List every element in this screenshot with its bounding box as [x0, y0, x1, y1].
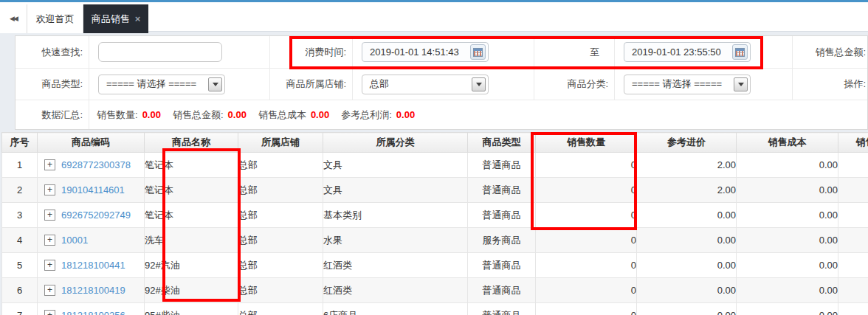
product-code-link[interactable]: 10001 — [61, 235, 88, 246]
product-code-link[interactable]: 181218100256 — [61, 310, 125, 315]
shop-value: 总部 — [362, 77, 389, 91]
summary-sales-amount: 销售总金额: 0.00 — [173, 108, 247, 122]
col-header-sales-cost: 销售成本 — [737, 133, 838, 153]
expand-row-icon[interactable] — [44, 159, 55, 170]
consume-time-label: 消费时间: — [269, 36, 352, 68]
col-header-ref-price: 参考进价 — [637, 133, 737, 153]
category-label: 商品分类: — [534, 68, 614, 100]
time-to-value: 2019-01-01 23:55:50 — [624, 46, 732, 58]
category-cell: 基本类别 — [323, 203, 468, 228]
shop-select[interactable]: 总部 — [362, 75, 489, 94]
sales-cost-cell: 0.00 — [737, 153, 838, 178]
product-code-cell: 10001 — [38, 228, 145, 253]
product-code-link[interactable]: 6926752092749 — [61, 210, 131, 221]
sales-qty-cell: 0 — [536, 228, 637, 253]
col-header-product-code: 商品编码 — [38, 133, 145, 153]
shop-cell: 总部 — [238, 153, 323, 178]
expand-row-icon[interactable] — [44, 184, 55, 195]
product-code-link[interactable]: 181218100419 — [61, 285, 125, 296]
tab-bar: ◀◀ 欢迎首页 商品销售 × — [0, 0, 868, 32]
table-row: 2 190104114601 笔记本 总部 文具 普通商品 0 2.00 0.0… — [2, 178, 868, 203]
table-header-row: 序号 商品编码 商品名称 所属店铺 所属分类 商品类型 销售数量 参考进价 销售… — [2, 133, 868, 153]
calendar-button[interactable] — [470, 44, 486, 60]
summary-sales-qty: 销售数量: 0.00 — [97, 108, 161, 122]
quick-find-input[interactable] — [98, 42, 222, 62]
category-cell: 6店商品 — [323, 303, 468, 315]
category-value: ===== 请选择 ===== — [624, 77, 722, 91]
sales-qty-cell: 0 — [536, 178, 637, 203]
expand-row-icon[interactable] — [44, 285, 55, 296]
operation-label: 操作: — [792, 68, 867, 100]
product-type-select[interactable]: ===== 请选择 ===== — [98, 75, 225, 94]
sales-cost-cell: 0.00 — [737, 203, 838, 228]
sales-cost-cell: 0.00 — [737, 228, 838, 253]
summary-label: 数据汇总: — [16, 100, 89, 129]
product-code-cell: 6926752092749 — [38, 203, 145, 228]
calendar-button[interactable] — [732, 44, 748, 60]
category-select[interactable]: ===== 请选择 ===== — [624, 75, 751, 94]
dropdown-button[interactable] — [734, 77, 748, 91]
sales-amount-cell — [838, 228, 868, 253]
expand-row-icon[interactable] — [44, 235, 55, 246]
col-header-category: 所属分类 — [323, 133, 468, 153]
time-to-input[interactable]: 2019-01-01 23:55:50 — [624, 42, 751, 62]
product-type-cell: 普通商品 — [468, 153, 536, 178]
expand-row-icon[interactable] — [44, 260, 55, 271]
category-cell: 文具 — [323, 153, 468, 178]
ref-price-cell: 0.00 — [637, 228, 737, 253]
sales-cost-cell: 0.00 — [737, 278, 838, 303]
shop-cell: 总部 — [238, 228, 323, 253]
product-type-cell: 普通商品 — [468, 178, 536, 203]
summary-values: 销售数量: 0.00 销售总金额: 0.00 销售总成本 0.00 参考总利润:… — [89, 100, 867, 129]
sales-cost-cell: 0.00 — [737, 253, 838, 278]
summary-sales-qty-value: 0.00 — [142, 109, 161, 120]
tab-product-sales[interactable]: 商品销售 × — [83, 4, 148, 33]
total-amount-label: 销售总金额: — [792, 36, 867, 68]
ref-price-cell: 0.00 — [637, 203, 737, 228]
to-label: 至 — [534, 36, 614, 68]
expand-row-icon[interactable] — [44, 210, 55, 221]
close-tab-icon[interactable]: × — [135, 14, 141, 24]
product-name-cell: 92#柴油 — [145, 278, 238, 303]
product-type-label: 商品类型: — [16, 68, 89, 100]
product-code-link[interactable]: 6928772300378 — [61, 159, 131, 170]
collapse-tabs-button[interactable]: ◀◀ — [0, 4, 27, 33]
sales-amount-cell — [838, 303, 868, 315]
table-row: 5 181218100441 92#汽油 总部 红酒类 普通商品 0 0.00 … — [2, 253, 868, 278]
col-header-index: 序号 — [2, 133, 38, 153]
category-cell: 红酒类 — [323, 253, 468, 278]
product-name-cell: 95#柴油 — [145, 303, 238, 315]
product-code-link[interactable]: 181218100441 — [61, 260, 125, 271]
collapse-tabs-icon: ◀◀ — [10, 15, 17, 22]
product-type-cell: 普通商品 — [468, 303, 536, 315]
sales-amount-cell — [838, 278, 868, 303]
product-name-cell: 92#汽油 — [145, 253, 238, 278]
summary-ref-profit-value: 0.00 — [396, 109, 415, 120]
product-code-cell: 190104114601 — [38, 178, 145, 203]
dropdown-button[interactable] — [208, 77, 222, 91]
time-from-input[interactable]: 2019-01-01 14:51:43 — [362, 42, 489, 62]
summary-sales-cost-value: 0.00 — [311, 109, 329, 120]
ref-price-cell: 0.00 — [637, 253, 737, 278]
table-row: 6 181218100419 92#柴油 总部 红酒类 普通商品 0 0.00 … — [2, 278, 868, 303]
dropdown-button[interactable] — [472, 77, 486, 91]
product-code-link[interactable]: 190104114601 — [61, 184, 125, 195]
category-cell: 水果 — [323, 228, 468, 253]
sales-amount-cell — [838, 153, 868, 178]
row-index: 5 — [2, 253, 38, 278]
expand-row-icon[interactable] — [44, 310, 55, 315]
quick-find-label: 快速查找: — [16, 36, 89, 68]
sales-qty-cell: 0 — [536, 303, 637, 315]
category-cell: 文具 — [323, 178, 468, 203]
sales-table: 序号 商品编码 商品名称 所属店铺 所属分类 商品类型 销售数量 参考进价 销售… — [1, 132, 868, 315]
product-name-cell: 笔记本 — [145, 178, 238, 203]
col-header-product-type: 商品类型 — [468, 133, 536, 153]
product-type-cell: 服务商品 — [468, 228, 536, 253]
tab-welcome-home[interactable]: 欢迎首页 — [27, 4, 83, 33]
table-row: 7 181218100256 95#柴油 总部 6店商品 普通商品 0 0.00… — [2, 303, 868, 315]
sales-qty-cell: 0 — [536, 203, 637, 228]
shop-cell: 总部 — [238, 278, 323, 303]
product-code-cell: 6928772300378 — [38, 153, 145, 178]
table-row: 1 6928772300378 笔记本 总部 文具 普通商品 0 2.00 0.… — [2, 153, 868, 178]
sales-qty-cell: 0 — [536, 153, 637, 178]
